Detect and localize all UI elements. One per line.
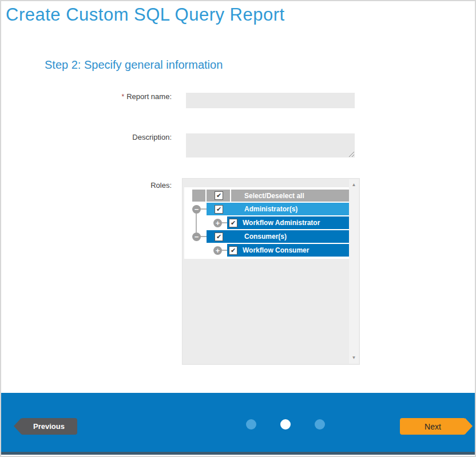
header-separator <box>230 190 231 202</box>
vertical-scrollbar[interactable]: ▲ ▼ <box>349 179 359 364</box>
workflow-consumer-checkbox[interactable]: ✔ <box>229 246 237 255</box>
scroll-up-icon[interactable]: ▲ <box>349 180 359 190</box>
step-dot-1[interactable] <box>246 419 256 430</box>
description-label: Description: <box>34 133 172 141</box>
collapse-icon[interactable]: − <box>192 205 201 214</box>
tree-header-row[interactable]: ✔ Select/Deselect all <box>207 190 351 202</box>
tree-row-workflow-administrator[interactable]: ✔ Workflow Administrator <box>227 216 351 229</box>
next-button-label: Next <box>425 422 441 431</box>
select-all-checkbox[interactable]: ✔ <box>215 191 223 200</box>
next-button[interactable]: Next <box>400 418 466 435</box>
required-asterisk: * <box>122 93 125 101</box>
check-icon: ✔ <box>231 220 236 226</box>
description-label-text: Description: <box>132 133 172 141</box>
tree-row-label: Workflow Consumer <box>243 246 309 254</box>
expand-icon[interactable]: + <box>213 246 222 255</box>
expand-icon[interactable]: + <box>213 219 222 227</box>
tree-row-label: Consumer(s) <box>244 233 287 241</box>
check-icon: ✔ <box>216 206 221 212</box>
tree-connector-line <box>222 250 227 251</box>
check-icon: ✔ <box>216 234 221 240</box>
minus-glyph: − <box>195 206 199 213</box>
tree-header-expander-cell <box>192 190 205 202</box>
previous-button-label: Previous <box>33 422 65 431</box>
tree-connector-line <box>201 208 207 210</box>
roles-label-text: Roles: <box>150 181 172 190</box>
footer-bottom-edge <box>1 452 475 455</box>
plus-glyph: + <box>216 219 220 227</box>
tree-connector-line <box>201 236 207 237</box>
tree-connector-line <box>196 214 197 233</box>
wizard-footer: Previous Next <box>1 393 475 452</box>
tree-row-administrators[interactable]: ✔ Administrator(s) <box>207 203 351 215</box>
description-textarea[interactable] <box>186 133 355 157</box>
roles-tree-panel: − + − + ✔ Select/Deselect all ✔ Administ… <box>182 178 360 365</box>
tree-row-consumers[interactable]: ✔ Consumer(s) <box>207 230 351 243</box>
minus-glyph: − <box>195 233 199 241</box>
page-title: Create Custom SQL Query Report <box>6 5 285 25</box>
collapse-icon[interactable]: − <box>192 233 201 241</box>
previous-button[interactable]: Previous <box>21 418 77 435</box>
tree-row-label: Workflow Administrator <box>243 219 320 227</box>
report-name-input[interactable] <box>186 93 355 108</box>
report-name-label-text: Report name: <box>126 92 172 101</box>
check-icon: ✔ <box>231 247 236 254</box>
check-icon: ✔ <box>216 192 221 199</box>
wizard-window: Create Custom SQL Query Report Step 2: S… <box>0 0 476 457</box>
report-name-label: *Report name: <box>34 92 172 101</box>
step-dot-3[interactable] <box>315 419 325 430</box>
consumers-checkbox[interactable]: ✔ <box>215 233 223 241</box>
tree-row-label: Administrator(s) <box>244 205 298 213</box>
step-heading: Step 2: Specify general information <box>45 58 223 72</box>
tree-connector-line <box>222 222 227 223</box>
plus-glyph: + <box>216 247 220 254</box>
resize-handle-icon[interactable] <box>348 151 354 157</box>
tree-row-workflow-consumer[interactable]: ✔ Workflow Consumer <box>227 244 351 257</box>
scroll-down-icon[interactable]: ▼ <box>349 353 359 363</box>
select-all-label: Select/Deselect all <box>244 192 304 200</box>
step-dot-2-active[interactable] <box>280 419 291 430</box>
roles-label: Roles: <box>34 181 172 190</box>
workflow-administrator-checkbox[interactable]: ✔ <box>229 219 237 227</box>
administrators-checkbox[interactable]: ✔ <box>215 205 223 214</box>
